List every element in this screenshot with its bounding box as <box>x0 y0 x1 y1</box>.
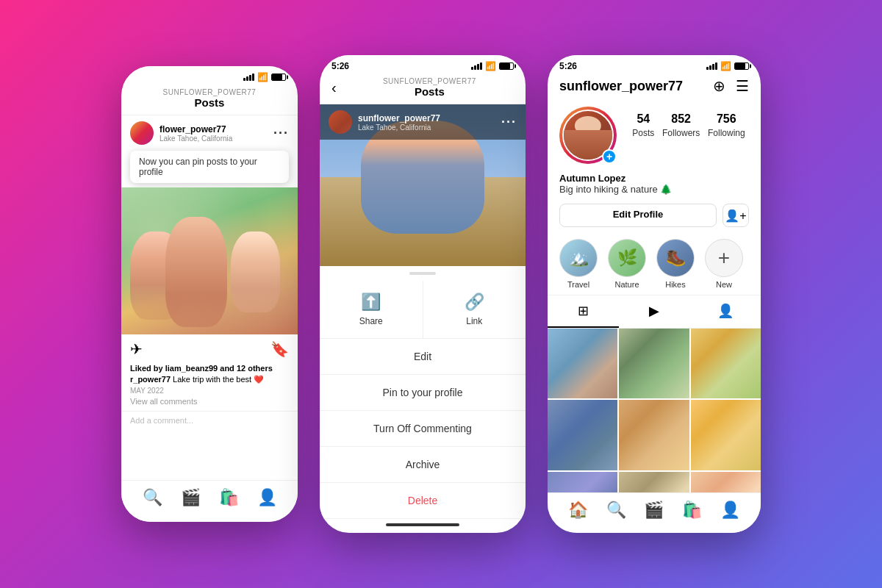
share-icon: ⬆️ <box>361 293 381 312</box>
back-button[interactable]: ‹ <box>331 79 337 96</box>
profile-stats: 54 Posts 852 Followers 756 Following <box>628 107 749 139</box>
like-icon[interactable]: ✈ <box>130 340 143 358</box>
post2-image-container: sunflower_power77 Lake Tahoe, California… <box>320 104 526 266</box>
grid-item-5[interactable] <box>619 400 689 470</box>
grid-item-1[interactable] <box>548 329 617 398</box>
add-person-icon: 👤+ <box>725 209 746 223</box>
comments-link[interactable]: View all comments <box>121 397 298 408</box>
status-icons-3: 📶 <box>706 61 749 71</box>
save-icon[interactable]: 🔖 <box>270 340 289 358</box>
highlight-new[interactable]: + New <box>705 239 743 289</box>
status-bar-3: 5:26 📶 <box>548 55 761 74</box>
grid-item-4[interactable] <box>548 400 617 470</box>
phone1-header: SUNFLOWER_POWER77 Posts <box>121 85 298 115</box>
phone2-title: Posts <box>345 85 514 98</box>
profile-desc: Big into hiking & nature 🌲 <box>559 184 749 195</box>
nav-profile-icon[interactable]: 👤 <box>257 488 277 507</box>
phone-1: 📶 SUNFLOWER_POWER77 Posts flower_power77… <box>121 66 298 522</box>
post-avatar-1 <box>130 121 154 145</box>
nav-search-icon-3[interactable]: 🔍 <box>606 501 626 520</box>
post-actions: ✈ 🔖 <box>121 334 298 364</box>
wifi-icon: 📶 <box>257 72 268 82</box>
tab-reels[interactable]: ▶ <box>619 295 690 328</box>
highlight-travel-circle: 🏔️ <box>559 239 598 277</box>
pin-to-profile-button[interactable]: Pin to your profile <box>320 375 526 411</box>
phone3-header: sunflower_power77 ⊕ ☰ <box>548 74 761 101</box>
battery-icon-3 <box>734 62 749 70</box>
tab-grid[interactable]: ⊞ <box>548 295 619 328</box>
highlight-nature[interactable]: 🌿 Nature <box>608 239 646 289</box>
wifi-icon-3: 📶 <box>720 61 731 71</box>
drag-handle <box>409 272 436 275</box>
status-time-3: 5:26 <box>559 61 577 71</box>
phone1-bottom-nav: 🔍 🎬 🛍️ 👤 <box>121 480 298 522</box>
link-icon: 🔗 <box>465 293 484 312</box>
home-indicator-2 <box>386 523 459 526</box>
add-story-button[interactable]: + <box>602 149 617 164</box>
phone-3: 5:26 📶 sunflower_power77 ⊕ ☰ <box>548 55 761 533</box>
status-time-2: 5:26 <box>331 61 349 71</box>
grid-item-3[interactable] <box>691 329 761 398</box>
stat-following[interactable]: 756 Following <box>708 112 745 139</box>
phone1-username: SUNFLOWER_POWER77 <box>133 88 286 96</box>
stat-followers[interactable]: 852 Followers <box>662 112 700 139</box>
stat-posts: 54 Posts <box>632 112 654 139</box>
post2-location: Lake Tahoe, California <box>358 123 440 132</box>
add-comment-field[interactable]: Add a comment... <box>121 411 298 429</box>
grid-item-2[interactable] <box>619 329 689 398</box>
followers-count: 852 <box>662 112 700 126</box>
post-header-1: flower_power77 Lake Tahoe, California ··… <box>121 115 298 151</box>
highlight-new-label: New <box>716 280 732 289</box>
edit-button[interactable]: Edit <box>320 339 526 375</box>
highlight-nature-label: Nature <box>614 280 639 289</box>
archive-button[interactable]: Archive <box>320 447 526 483</box>
share-button[interactable]: ⬆️ Share <box>320 281 423 338</box>
nav-home-icon[interactable]: 🏠 <box>568 501 588 520</box>
signal-icon-3 <box>706 62 717 70</box>
post2-more[interactable]: ··· <box>501 115 517 130</box>
menu-icon[interactable]: ☰ <box>736 77 749 95</box>
phone2-username: SUNFLOWER_POWER77 <box>345 77 514 85</box>
profile-buttons: Edit Profile 👤+ <box>548 201 761 233</box>
nav-search-icon[interactable]: 🔍 <box>143 488 162 507</box>
add-friend-button[interactable]: 👤+ <box>723 204 749 227</box>
link-label: Link <box>466 316 482 326</box>
delete-button[interactable]: Delete <box>320 483 526 519</box>
status-icons-2: 📶 <box>471 61 514 71</box>
nav-profile-icon-3[interactable]: 👤 <box>720 501 740 520</box>
nav-reels-icon[interactable]: 🎬 <box>181 488 201 507</box>
highlight-travel[interactable]: 🏔️ Travel <box>559 239 598 289</box>
battery-icon-2 <box>499 62 514 70</box>
post-location-1: Lake Tahoe, California <box>159 135 232 143</box>
tab-tagged[interactable]: 👤 <box>689 295 761 328</box>
profile-avatar-wrap: + <box>559 107 617 164</box>
people-group <box>121 187 298 334</box>
new-post-icon[interactable]: ⊕ <box>713 77 725 95</box>
post-username-1: flower_power77 <box>159 124 232 135</box>
highlight-hikes-circle: 🥾 <box>656 239 695 277</box>
profile-bio: Autumn Lopez Big into hiking & nature 🌲 <box>548 170 761 201</box>
signal-icon-2 <box>471 62 482 70</box>
highlight-hikes[interactable]: 🥾 Hikes <box>656 239 695 289</box>
nav-shop-icon[interactable]: 🛍️ <box>219 488 239 507</box>
more-options-1[interactable]: ··· <box>273 126 289 141</box>
grid-item-6[interactable] <box>691 400 761 470</box>
nav-reels-icon-3[interactable]: 🎬 <box>644 501 664 520</box>
profile-tabs: ⊞ ▶ 👤 <box>548 295 761 329</box>
caption: r_power77 Lake trip with the best ❤️ <box>121 375 298 387</box>
caption-username: r_power77 <box>130 375 171 384</box>
share-label: Share <box>359 316 383 326</box>
nav-shop-icon-3[interactable]: 🛍️ <box>682 501 702 520</box>
phone1-content: flower_power77 Lake Tahoe, California ··… <box>121 115 298 429</box>
status-icons-1: 📶 <box>243 72 286 82</box>
turn-off-commenting-button[interactable]: Turn Off Commenting <box>320 411 526 447</box>
profile-info: + 54 Posts 852 Followers 756 Following <box>548 101 761 170</box>
highlight-travel-label: Travel <box>567 280 589 289</box>
highlight-hikes-label: Hikes <box>665 280 686 289</box>
edit-profile-button[interactable]: Edit Profile <box>559 204 717 227</box>
highlight-new-circle: + <box>705 239 743 277</box>
phone-2: 5:26 📶 ‹ SUNFLOWER_POWER77 Posts sun <box>320 55 526 533</box>
posts-count: 54 <box>632 112 654 126</box>
link-button[interactable]: 🔗 Link <box>423 281 526 338</box>
phone2-header: ‹ SUNFLOWER_POWER77 Posts <box>320 74 526 104</box>
